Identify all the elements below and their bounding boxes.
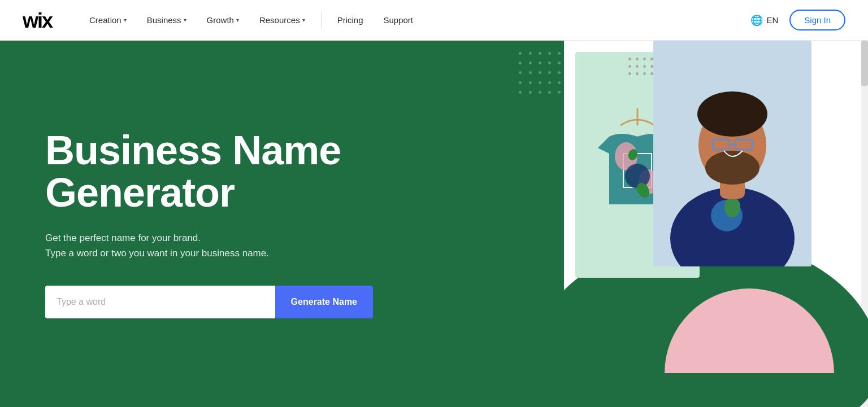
hero-subtitle: Get the perfect name for your brand. Typ…: [45, 230, 519, 261]
chevron-down-icon: ▾: [184, 17, 186, 23]
sign-in-button[interactable]: Sign In: [789, 10, 845, 30]
svg-point-18: [697, 91, 767, 137]
dot-pattern: [519, 52, 564, 97]
nav-right: 🌐 EN Sign In: [750, 10, 845, 30]
hero-section: Business Name Generator Get the perfect …: [0, 41, 868, 407]
scrollbar-thumb[interactable]: [861, 41, 868, 86]
nav-item-creation[interactable]: Creation ▾: [79, 0, 137, 41]
nav-item-pricing[interactable]: Pricing: [327, 0, 374, 41]
globe-icon: 🌐: [750, 14, 763, 27]
search-row: Generate Name: [45, 286, 373, 318]
nav-item-business[interactable]: Business ▾: [137, 0, 197, 41]
chevron-down-icon: ▾: [124, 17, 127, 23]
nav-item-growth[interactable]: Growth ▾: [197, 0, 249, 41]
hero-left-panel: Business Name Generator Get the perfect …: [0, 41, 564, 407]
language-selector[interactable]: 🌐 EN: [750, 14, 778, 27]
hero-right-panel: [564, 41, 868, 407]
svg-text:wix: wix: [23, 9, 53, 30]
search-input[interactable]: [45, 286, 275, 318]
svg-point-11: [724, 197, 740, 217]
navigation: wix Creation ▾ Business ▾ Growth ▾ Resou…: [0, 0, 868, 41]
hero-title: Business Name Generator: [45, 129, 519, 215]
chevron-down-icon: ▾: [302, 17, 305, 23]
dot-pattern-right: [628, 58, 653, 75]
nav-divider: [321, 12, 322, 29]
person-illustration-card: [653, 41, 811, 266]
chevron-down-icon: ▾: [236, 17, 239, 23]
nav-item-resources[interactable]: Resources ▾: [249, 0, 315, 41]
nav-item-support[interactable]: Support: [374, 0, 424, 41]
svg-point-5: [625, 164, 650, 189]
nav-links: Creation ▾ Business ▾ Growth ▾ Resources…: [79, 0, 750, 41]
generate-name-button[interactable]: Generate Name: [275, 286, 373, 318]
logo[interactable]: wix: [23, 8, 57, 32]
